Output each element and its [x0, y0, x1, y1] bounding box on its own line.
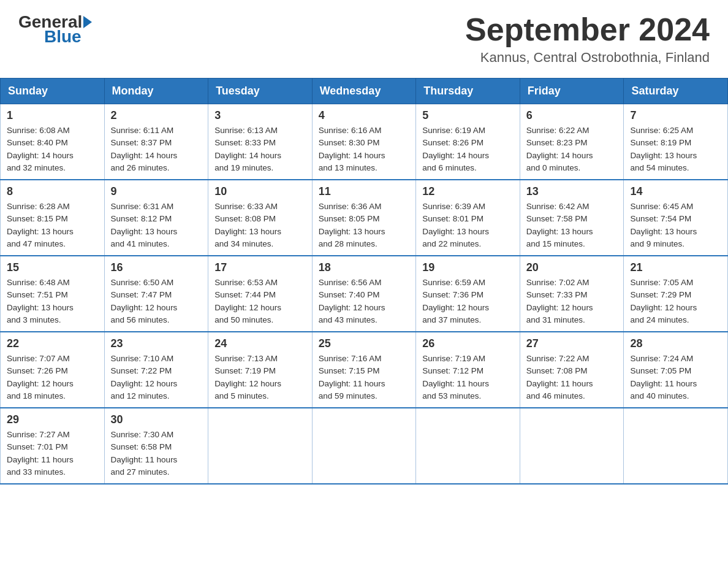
- day-number: 15: [7, 261, 98, 274]
- calendar-cell: 22Sunrise: 7:07 AM Sunset: 7:26 PM Dayli…: [1, 332, 105, 408]
- day-number: 3: [214, 109, 306, 122]
- calendar-week-1: 1Sunrise: 6:08 AM Sunset: 8:40 PM Daylig…: [1, 104, 728, 180]
- calendar-cell: [416, 408, 520, 484]
- day-number: 11: [319, 185, 410, 198]
- day-number: 23: [111, 337, 202, 350]
- day-number: 7: [630, 109, 721, 122]
- page-header: General Blue September 2024 Kannus, Cent…: [0, 0, 728, 72]
- calendar-header: SundayMondayTuesdayWednesdayThursdayFrid…: [1, 79, 728, 104]
- calendar-cell: 8Sunrise: 6:28 AM Sunset: 8:15 PM Daylig…: [1, 180, 105, 256]
- day-info: Sunrise: 7:16 AM Sunset: 7:15 PM Dayligh…: [319, 353, 410, 402]
- calendar-cell: [624, 408, 728, 484]
- calendar-cell: 7Sunrise: 6:25 AM Sunset: 8:19 PM Daylig…: [624, 104, 728, 180]
- day-number: 30: [111, 413, 202, 426]
- day-info: Sunrise: 6:33 AM Sunset: 8:08 PM Dayligh…: [214, 201, 306, 250]
- logo-arrow-icon: [83, 16, 92, 28]
- calendar-cell: [312, 408, 416, 484]
- calendar-cell: 27Sunrise: 7:22 AM Sunset: 7:08 PM Dayli…: [520, 332, 624, 408]
- day-info: Sunrise: 6:48 AM Sunset: 7:51 PM Dayligh…: [7, 277, 98, 326]
- day-info: Sunrise: 7:24 AM Sunset: 7:05 PM Dayligh…: [630, 353, 721, 402]
- calendar-cell: 5Sunrise: 6:19 AM Sunset: 8:26 PM Daylig…: [416, 104, 520, 180]
- calendar-cell: 19Sunrise: 6:59 AM Sunset: 7:36 PM Dayli…: [416, 256, 520, 332]
- calendar-cell: 2Sunrise: 6:11 AM Sunset: 8:37 PM Daylig…: [104, 104, 208, 180]
- calendar-cell: 29Sunrise: 7:27 AM Sunset: 7:01 PM Dayli…: [1, 408, 105, 484]
- calendar-header-friday: Friday: [520, 79, 624, 104]
- day-info: Sunrise: 6:16 AM Sunset: 8:30 PM Dayligh…: [319, 124, 410, 174]
- logo-blue-text: Blue: [44, 27, 82, 47]
- day-info: Sunrise: 6:25 AM Sunset: 8:19 PM Dayligh…: [630, 124, 721, 174]
- day-info: Sunrise: 6:08 AM Sunset: 8:40 PM Dayligh…: [7, 124, 98, 174]
- calendar-cell: 14Sunrise: 6:45 AM Sunset: 7:54 PM Dayli…: [624, 180, 728, 256]
- calendar-cell: 10Sunrise: 6:33 AM Sunset: 8:08 PM Dayli…: [208, 180, 313, 256]
- day-number: 19: [422, 261, 514, 274]
- day-info: Sunrise: 7:27 AM Sunset: 7:01 PM Dayligh…: [7, 429, 98, 478]
- calendar-table: SundayMondayTuesdayWednesdayThursdayFrid…: [0, 78, 728, 484]
- day-number: 24: [214, 337, 306, 350]
- day-info: Sunrise: 6:31 AM Sunset: 8:12 PM Dayligh…: [111, 201, 202, 250]
- day-info: Sunrise: 6:45 AM Sunset: 7:54 PM Dayligh…: [630, 201, 721, 250]
- day-info: Sunrise: 6:13 AM Sunset: 8:33 PM Dayligh…: [214, 124, 306, 174]
- day-info: Sunrise: 6:50 AM Sunset: 7:47 PM Dayligh…: [111, 277, 202, 326]
- day-info: Sunrise: 6:11 AM Sunset: 8:37 PM Dayligh…: [111, 124, 202, 174]
- calendar-cell: 12Sunrise: 6:39 AM Sunset: 8:01 PM Dayli…: [416, 180, 520, 256]
- day-number: 4: [319, 109, 410, 122]
- day-info: Sunrise: 7:19 AM Sunset: 7:12 PM Dayligh…: [422, 353, 514, 402]
- day-info: Sunrise: 7:05 AM Sunset: 7:29 PM Dayligh…: [630, 277, 721, 326]
- calendar-header-thursday: Thursday: [416, 79, 520, 104]
- calendar-header-monday: Monday: [104, 79, 208, 104]
- day-number: 13: [526, 185, 618, 198]
- calendar-cell: 20Sunrise: 7:02 AM Sunset: 7:33 PM Dayli…: [520, 256, 624, 332]
- calendar-cell: 4Sunrise: 6:16 AM Sunset: 8:30 PM Daylig…: [312, 104, 416, 180]
- calendar-cell: 6Sunrise: 6:22 AM Sunset: 8:23 PM Daylig…: [520, 104, 624, 180]
- calendar-cell: 13Sunrise: 6:42 AM Sunset: 7:58 PM Dayli…: [520, 180, 624, 256]
- day-info: Sunrise: 6:22 AM Sunset: 8:23 PM Dayligh…: [526, 124, 618, 174]
- calendar-body: 1Sunrise: 6:08 AM Sunset: 8:40 PM Daylig…: [1, 104, 728, 484]
- calendar-cell: 30Sunrise: 7:30 AM Sunset: 6:58 PM Dayli…: [104, 408, 208, 484]
- day-number: 17: [214, 261, 306, 274]
- day-number: 25: [319, 337, 410, 350]
- day-info: Sunrise: 6:28 AM Sunset: 8:15 PM Dayligh…: [7, 201, 98, 250]
- day-info: Sunrise: 7:10 AM Sunset: 7:22 PM Dayligh…: [111, 353, 202, 402]
- day-number: 6: [526, 109, 618, 122]
- calendar-header-saturday: Saturday: [624, 79, 728, 104]
- calendar-cell: [208, 408, 313, 484]
- calendar-cell: 26Sunrise: 7:19 AM Sunset: 7:12 PM Dayli…: [416, 332, 520, 408]
- calendar-week-2: 8Sunrise: 6:28 AM Sunset: 8:15 PM Daylig…: [1, 180, 728, 256]
- calendar-week-5: 29Sunrise: 7:27 AM Sunset: 7:01 PM Dayli…: [1, 408, 728, 484]
- day-info: Sunrise: 7:02 AM Sunset: 7:33 PM Dayligh…: [526, 277, 618, 326]
- calendar-cell: 3Sunrise: 6:13 AM Sunset: 8:33 PM Daylig…: [208, 104, 313, 180]
- title-section: September 2024 Kannus, Central Ostroboth…: [465, 12, 710, 66]
- calendar-cell: 18Sunrise: 6:56 AM Sunset: 7:40 PM Dayli…: [312, 256, 416, 332]
- day-number: 12: [422, 185, 514, 198]
- day-info: Sunrise: 7:13 AM Sunset: 7:19 PM Dayligh…: [214, 353, 306, 402]
- day-info: Sunrise: 7:07 AM Sunset: 7:26 PM Dayligh…: [7, 353, 98, 402]
- calendar-cell: 15Sunrise: 6:48 AM Sunset: 7:51 PM Dayli…: [1, 256, 105, 332]
- day-number: 2: [111, 109, 202, 122]
- month-title: September 2024: [465, 12, 710, 47]
- day-number: 10: [214, 185, 306, 198]
- day-number: 1: [7, 109, 98, 122]
- calendar-header-wednesday: Wednesday: [312, 79, 416, 104]
- day-number: 16: [111, 261, 202, 274]
- calendar-header-tuesday: Tuesday: [208, 79, 313, 104]
- calendar-cell: 1Sunrise: 6:08 AM Sunset: 8:40 PM Daylig…: [1, 104, 105, 180]
- day-info: Sunrise: 7:22 AM Sunset: 7:08 PM Dayligh…: [526, 353, 618, 402]
- calendar-cell: 28Sunrise: 7:24 AM Sunset: 7:05 PM Dayli…: [624, 332, 728, 408]
- location: Kannus, Central Ostrobothnia, Finland: [465, 50, 710, 66]
- day-number: 20: [526, 261, 618, 274]
- calendar-cell: 24Sunrise: 7:13 AM Sunset: 7:19 PM Dayli…: [208, 332, 313, 408]
- day-number: 8: [7, 185, 98, 198]
- day-info: Sunrise: 7:30 AM Sunset: 6:58 PM Dayligh…: [111, 429, 202, 478]
- day-info: Sunrise: 6:19 AM Sunset: 8:26 PM Dayligh…: [422, 124, 514, 174]
- day-info: Sunrise: 6:36 AM Sunset: 8:05 PM Dayligh…: [319, 201, 410, 250]
- day-number: 26: [422, 337, 514, 350]
- calendar-cell: 9Sunrise: 6:31 AM Sunset: 8:12 PM Daylig…: [104, 180, 208, 256]
- day-number: 9: [111, 185, 202, 198]
- day-info: Sunrise: 6:39 AM Sunset: 8:01 PM Dayligh…: [422, 201, 514, 250]
- calendar-header-sunday: Sunday: [1, 79, 105, 104]
- day-number: 22: [7, 337, 98, 350]
- calendar-cell: 16Sunrise: 6:50 AM Sunset: 7:47 PM Dayli…: [104, 256, 208, 332]
- day-number: 28: [630, 337, 721, 350]
- logo: General Blue: [18, 12, 93, 47]
- day-number: 29: [7, 413, 98, 426]
